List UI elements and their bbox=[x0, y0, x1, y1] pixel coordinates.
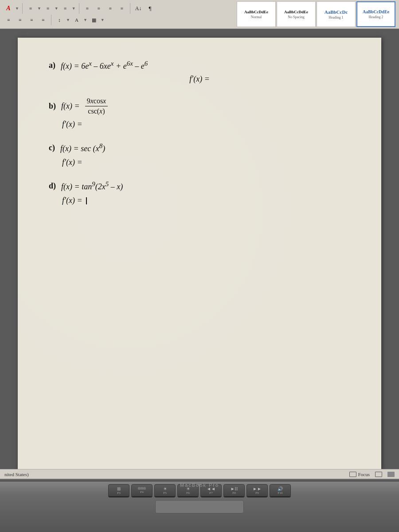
divider-2 bbox=[79, 3, 79, 14]
style-heading2-sample: AaBbCcDdEe bbox=[363, 9, 389, 14]
focus-icon bbox=[349, 472, 356, 477]
indent-increase-btn[interactable]: ≡ bbox=[26, 4, 35, 12]
indent-decrease-btn[interactable]: ≡ bbox=[43, 4, 53, 12]
style-nospacing-sample: AaBbCcDdEe bbox=[284, 10, 308, 14]
view-icon bbox=[375, 472, 382, 477]
style-heading1-sample: AaBbCcDc bbox=[325, 9, 348, 15]
align-left-btn[interactable]: ≡ bbox=[82, 4, 92, 12]
style-normal-label: Normal bbox=[251, 15, 262, 19]
problem-b-numerator: 9xcosx bbox=[85, 97, 108, 106]
problem-c-function: c) f(x) = sec (x8) bbox=[49, 142, 350, 153]
para-style-btn1[interactable]: ≡ bbox=[4, 16, 13, 24]
style-card-nospacing[interactable]: AaBbCcDdEe No Spacing bbox=[277, 1, 316, 27]
indent-list-btn[interactable]: ≡ bbox=[60, 4, 70, 12]
style-card-heading2[interactable]: AaBbCcDdEe Heading 2 bbox=[356, 1, 395, 27]
key-f8-label: F8 bbox=[232, 491, 235, 495]
line-spacing-arrow: ▼ bbox=[66, 18, 70, 22]
key-f7-label: F7 bbox=[209, 491, 212, 495]
problem-d-derivative: f′(x) = bbox=[62, 196, 350, 205]
problem-b-denominator: csc(x) bbox=[86, 106, 106, 115]
problem-b-deriv-label: f′(x) = bbox=[62, 120, 82, 129]
style-normal-sample: AaBbCcDdEe bbox=[244, 10, 268, 14]
style-nospacing-label: No Spacing bbox=[288, 15, 305, 19]
key-f10[interactable]: 🔊 F10 bbox=[270, 484, 291, 497]
toolbar-left: A ▼ ≡ ▼ ≡ ▼ ≡ ▼ ≡ ≡ ≡ ≡ A↓ ¶ ≡ ≡ ≡ bbox=[4, 3, 235, 25]
pilcrow-btn[interactable]: ¶ bbox=[145, 4, 155, 12]
status-left-text: nited States) bbox=[4, 472, 29, 477]
style-card-normal[interactable]: AaBbCcDdEe Normal bbox=[237, 1, 276, 27]
key-f5-icon: ☀ bbox=[163, 486, 167, 491]
problem-c-derivative: f′(x) = bbox=[62, 158, 350, 167]
problem-a-expr: f(x) = 6ex – 6xex + e6x – e6 bbox=[61, 60, 148, 71]
divider-4 bbox=[51, 15, 51, 25]
indent-decrease-arrow: ▼ bbox=[55, 6, 59, 11]
key-f4-icon: ⊟⊟⊟ bbox=[138, 487, 146, 490]
key-f9[interactable]: ►► F9 bbox=[246, 484, 268, 497]
key-f3-label: F3 bbox=[117, 491, 120, 495]
style-card-heading1[interactable]: AaBbCcDc Heading 1 bbox=[317, 1, 356, 27]
indent-dropdown-arrow: ▼ bbox=[37, 6, 41, 11]
border-arrow: ▼ bbox=[101, 18, 105, 22]
problem-b-function: b) f(x) = 9xcosx csc(x) bbox=[49, 97, 350, 115]
style-cards: AaBbCcDdEe Normal AaBbCcDdEe No Spacing … bbox=[237, 1, 395, 27]
font-button[interactable]: A bbox=[4, 4, 13, 12]
status-bar: nited States) Focus bbox=[0, 469, 399, 479]
problem-c-label: c) bbox=[49, 143, 55, 153]
problem-b-label: b) bbox=[49, 102, 56, 111]
key-f5[interactable]: ☀ F5 bbox=[154, 484, 176, 497]
font-dropdown-arrow: ▼ bbox=[15, 6, 19, 11]
align-right-btn[interactable]: ≡ bbox=[106, 4, 115, 12]
divider-3 bbox=[130, 3, 130, 14]
problem-a: a) f(x) = 6ex – 6xex + e6x – e6 f′(x) = bbox=[49, 60, 350, 84]
problem-c-deriv-label: f′(x) = bbox=[62, 158, 82, 167]
problem-c-expr: f(x) = sec (x8) bbox=[60, 142, 105, 153]
focus-label: Focus bbox=[358, 472, 370, 477]
problem-a-derivative: f′(x) = bbox=[49, 74, 350, 84]
problem-c: c) f(x) = sec (x8) f′(x) = bbox=[49, 142, 350, 167]
key-f6-label: F6 bbox=[186, 491, 189, 495]
style-heading1-label: Heading 1 bbox=[329, 16, 343, 20]
key-f10-label: F10 bbox=[278, 491, 283, 495]
key-f9-icon: ►► bbox=[253, 486, 262, 491]
para-style-btn3[interactable]: ≡ bbox=[27, 16, 36, 24]
key-f4[interactable]: ⊟⊟⊟ F4 bbox=[131, 484, 153, 497]
sort-btn[interactable]: A↓ bbox=[133, 4, 144, 12]
problem-b-derivative: f′(x) = bbox=[62, 120, 350, 129]
key-f10-icon: 🔊 bbox=[278, 486, 283, 491]
laptop-hinge bbox=[0, 479, 399, 481]
status-right: Focus bbox=[349, 472, 395, 477]
key-f8[interactable]: ►II F8 bbox=[223, 484, 245, 497]
line-spacing-btn[interactable]: ↕ bbox=[55, 16, 64, 24]
toolbar-row-2: ≡ ≡ ≡ ≡ ↕ ▼ A ▼ ▦ ▼ bbox=[4, 15, 235, 25]
style-heading2-label: Heading 2 bbox=[368, 15, 383, 19]
problem-d-expr: f(x) = tan9(2x5 – x) bbox=[61, 180, 123, 192]
problem-b-prefix: f(x) = bbox=[61, 102, 80, 111]
problem-a-label: a) bbox=[49, 61, 55, 70]
key-f4-label: F4 bbox=[140, 490, 143, 494]
para-style-btn2[interactable]: ≡ bbox=[15, 16, 25, 24]
indent-list-arrow: ▼ bbox=[72, 6, 76, 11]
key-f8-icon: ►II bbox=[231, 486, 238, 491]
focus-button[interactable]: Focus bbox=[349, 472, 370, 477]
border-btn[interactable]: ▦ bbox=[89, 16, 99, 24]
extra-icon bbox=[387, 472, 395, 477]
problem-b-fraction: 9xcosx csc(x) bbox=[85, 97, 108, 115]
laptop-base: MacBook Pro ⊞ F3 ⊟⊟⊟ F4 ☀ F5 ☀ F6 ◄◄ F7 … bbox=[0, 479, 399, 532]
toolbar: A ▼ ≡ ▼ ≡ ▼ ≡ ▼ ≡ ≡ ≡ ≡ A↓ ¶ ≡ ≡ ≡ bbox=[0, 0, 399, 29]
key-f9-label: F9 bbox=[255, 491, 258, 495]
problem-b: b) f(x) = 9xcosx csc(x) f′(x) = bbox=[49, 97, 350, 129]
align-center-btn[interactable]: ≡ bbox=[94, 4, 104, 12]
align-justify-btn[interactable]: ≡ bbox=[117, 4, 127, 12]
key-f3[interactable]: ⊞ F3 bbox=[108, 484, 129, 497]
cursor-blink bbox=[86, 197, 87, 204]
key-f5-label: F5 bbox=[163, 491, 166, 495]
problem-d: d) f(x) = tan9(2x5 – x) f′(x) = bbox=[49, 180, 350, 205]
trackpad[interactable] bbox=[155, 500, 244, 513]
macbook-label: MacBook Pro bbox=[180, 482, 219, 488]
problem-a-function: a) f(x) = 6ex – 6xex + e6x – e6 bbox=[49, 60, 350, 71]
document-wrapper: a) f(x) = 6ex – 6xex + e6x – e6 f′(x) = … bbox=[0, 29, 399, 479]
highlight-btn[interactable]: A bbox=[72, 16, 82, 24]
toolbar-row-1: A ▼ ≡ ▼ ≡ ▼ ≡ ▼ ≡ ≡ ≡ ≡ A↓ ¶ bbox=[4, 3, 235, 14]
para-style-btn4[interactable]: ≡ bbox=[38, 16, 48, 24]
document[interactable]: a) f(x) = 6ex – 6xex + e6x – e6 f′(x) = … bbox=[18, 38, 381, 470]
